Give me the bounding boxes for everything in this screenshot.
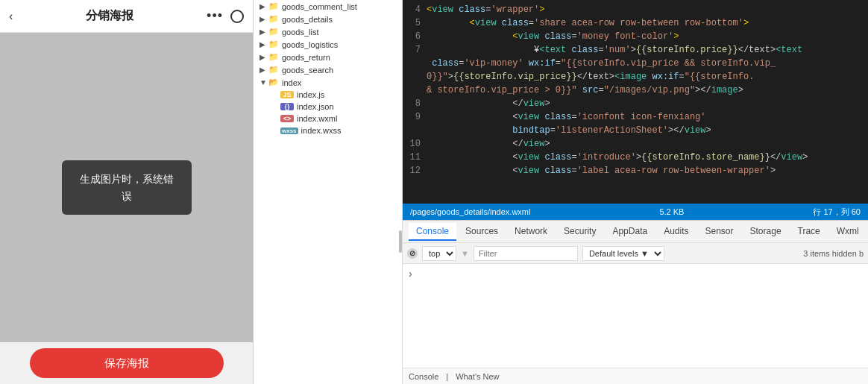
tab-audits[interactable]: Audits bbox=[656, 223, 696, 241]
mobile-content: 生成图片时，系统错 误 bbox=[0, 33, 253, 342]
hidden-count: 3 items hidden b bbox=[803, 249, 864, 258]
tree-item-goods-return[interactable]: ▶ 📁 goods_return bbox=[254, 51, 402, 63]
code-lines: 4 <view class='wrapper'> 5 <view class='… bbox=[403, 0, 868, 180]
tab-trace[interactable]: Trace bbox=[790, 223, 828, 241]
mobile-simulator: ‹ 分销海报 ••• 生成图片时，系统错 误 保存海报 bbox=[0, 0, 254, 384]
arrow-icon: ▶ bbox=[260, 40, 268, 48]
bottom-whatsnew-label[interactable]: What's New bbox=[456, 372, 499, 381]
arrow-icon: ▶ bbox=[260, 2, 268, 10]
code-line-7d: & storeInfo.vip_price > 0}}" src="/image… bbox=[406, 84, 868, 97]
devtools-toolbar: ⊘ top ▼ Default levels ▼ 3 items hidden … bbox=[403, 243, 868, 264]
code-line-7b: class='vip-money' wx:if="{{storeInfo.vip… bbox=[406, 57, 868, 70]
context-select[interactable]: top bbox=[422, 246, 456, 261]
arrow-icon: ▶ bbox=[260, 28, 268, 36]
mobile-footer: 保存海报 bbox=[0, 342, 253, 384]
tab-sensor[interactable]: Sensor bbox=[698, 223, 741, 241]
tab-sources[interactable]: Sources bbox=[458, 223, 506, 241]
tree-item-index-js[interactable]: JS index.js bbox=[254, 89, 402, 101]
devtools-bottom-bar: Console | What's New bbox=[403, 368, 868, 384]
save-button[interactable]: 保存海报 bbox=[30, 348, 224, 378]
arrow-icon: ▶ bbox=[260, 15, 268, 23]
tree-label: index.wxml bbox=[297, 114, 337, 123]
tree-item-goods-comment-list[interactable]: ▶ 📁 goods_comment_list bbox=[254, 0, 402, 13]
code-line-7: 7 ¥<text class='num'>{{storeInfo.price}}… bbox=[406, 43, 868, 57]
tab-network[interactable]: Network bbox=[507, 223, 555, 241]
circle-icon[interactable] bbox=[230, 10, 244, 23]
js-badge: JS bbox=[280, 91, 294, 98]
code-line-9b: bindtap='listenerActionSheet'></view> bbox=[406, 124, 868, 137]
more-icon[interactable]: ••• bbox=[207, 8, 223, 24]
header-right: ••• bbox=[207, 8, 244, 24]
arrow-icon: ▶ bbox=[260, 66, 268, 74]
tree-label: goods_details bbox=[282, 15, 333, 24]
code-editor[interactable]: 4 <view class='wrapper'> 5 <view class='… bbox=[403, 0, 868, 204]
tab-appdata[interactable]: AppData bbox=[605, 223, 655, 241]
filter-input[interactable] bbox=[474, 246, 578, 261]
folder-icon: 📁 bbox=[268, 14, 279, 24]
folder-icon: 📁 bbox=[268, 52, 279, 62]
code-line-9: 9 <view class='iconfont icon-fenxiang' bbox=[406, 110, 868, 124]
error-text-line1: 生成图片时，系统错 bbox=[80, 173, 174, 185]
error-popup: 生成图片时，系统错 误 bbox=[62, 160, 192, 215]
tree-label: index.wxss bbox=[301, 126, 342, 135]
levels-select[interactable]: Default levels ▼ bbox=[582, 246, 664, 261]
bottom-console-label[interactable]: Console bbox=[409, 372, 438, 381]
code-line-6: 6 <view class='money font-color'> bbox=[406, 30, 868, 43]
json-badge: {} bbox=[280, 103, 294, 110]
scrollbar bbox=[399, 230, 402, 253]
page-title: 分销海报 bbox=[86, 8, 133, 24]
tab-wxml[interactable]: Wxml bbox=[829, 223, 867, 241]
stop-icon[interactable]: ⊘ bbox=[407, 248, 418, 259]
tab-security[interactable]: Security bbox=[556, 223, 603, 241]
code-line-5: 5 <view class='share acea-row row-betwee… bbox=[406, 16, 868, 30]
tab-console[interactable]: Console bbox=[409, 223, 456, 241]
tree-item-index-json[interactable]: {} index.json bbox=[254, 101, 402, 113]
console-content: › bbox=[403, 264, 868, 368]
header-left: ‹ bbox=[9, 10, 13, 23]
mobile-header: ‹ 分销海报 ••• bbox=[0, 0, 253, 33]
devtools-tab-bar: Console Sources Network Security AppData… bbox=[403, 221, 868, 243]
file-tree: ▶ 📁 goods_comment_list ▶ 📁 goods_details… bbox=[254, 0, 403, 384]
tree-label: goods_comment_list bbox=[282, 2, 357, 11]
file-path: /pages/goods_details/index.wxml bbox=[410, 207, 530, 216]
file-size: 5.2 KB bbox=[659, 207, 684, 216]
folder-icon: 📁 bbox=[268, 65, 279, 75]
status-bar: /pages/goods_details/index.wxml 5.2 KB 行… bbox=[403, 204, 868, 220]
arrow-open-icon: ▼ bbox=[260, 78, 268, 86]
tree-item-index-wxss[interactable]: wxss index.wxss bbox=[254, 125, 402, 136]
code-line-4: 4 <view class='wrapper'> bbox=[406, 3, 868, 16]
error-text-line2: 误 bbox=[122, 190, 132, 202]
folder-open-icon: 📂 bbox=[268, 78, 279, 87]
back-icon[interactable]: ‹ bbox=[9, 10, 13, 23]
console-arrow[interactable]: › bbox=[409, 268, 412, 280]
code-line-8: 8 </view> bbox=[406, 97, 868, 110]
folder-icon: 📁 bbox=[268, 1, 279, 11]
cursor-position: 行 17，列 60 bbox=[813, 207, 861, 218]
tree-label: index bbox=[282, 78, 301, 87]
tree-item-goods-search[interactable]: ▶ 📁 goods_search bbox=[254, 63, 402, 76]
code-line-11: 11 <view class='introduce'>{{storeInfo.s… bbox=[406, 151, 868, 164]
arrow-icon: ▶ bbox=[260, 53, 268, 61]
tree-label: goods_logistics bbox=[282, 40, 338, 49]
tree-label: goods_list bbox=[282, 28, 319, 37]
bottom-separator: | bbox=[446, 372, 448, 381]
tree-label: goods_search bbox=[282, 66, 333, 75]
code-line-7c: 0}}">{{storeInfo.vip_price}}</text><imag… bbox=[406, 70, 868, 84]
tree-label: index.json bbox=[297, 102, 334, 111]
tree-item-index-wxml[interactable]: <> index.wxml bbox=[254, 113, 402, 125]
chevron-icon: ▼ bbox=[461, 249, 469, 258]
code-line-10: 10 </view> bbox=[406, 137, 868, 151]
devtools-panel: Console Sources Network Security AppData… bbox=[403, 220, 868, 384]
wxml-badge: <> bbox=[280, 115, 294, 122]
right-panel: 4 <view class='wrapper'> 5 <view class='… bbox=[403, 0, 868, 384]
tree-label: index.js bbox=[297, 90, 324, 99]
tree-item-goods-list[interactable]: ▶ 📁 goods_list bbox=[254, 25, 402, 38]
tree-item-goods-details[interactable]: ▶ 📁 goods_details bbox=[254, 13, 402, 25]
wxss-badge: wxss bbox=[280, 128, 298, 134]
tree-label: goods_return bbox=[282, 53, 330, 62]
code-line-12: 12 <view class='label acea-row row-betwe… bbox=[406, 164, 868, 177]
tab-storage[interactable]: Storage bbox=[743, 223, 789, 241]
folder-icon: 📁 bbox=[268, 40, 279, 49]
tree-item-goods-logistics[interactable]: ▶ 📁 goods_logistics bbox=[254, 38, 402, 51]
tree-item-index[interactable]: ▼ 📂 index bbox=[254, 76, 402, 89]
